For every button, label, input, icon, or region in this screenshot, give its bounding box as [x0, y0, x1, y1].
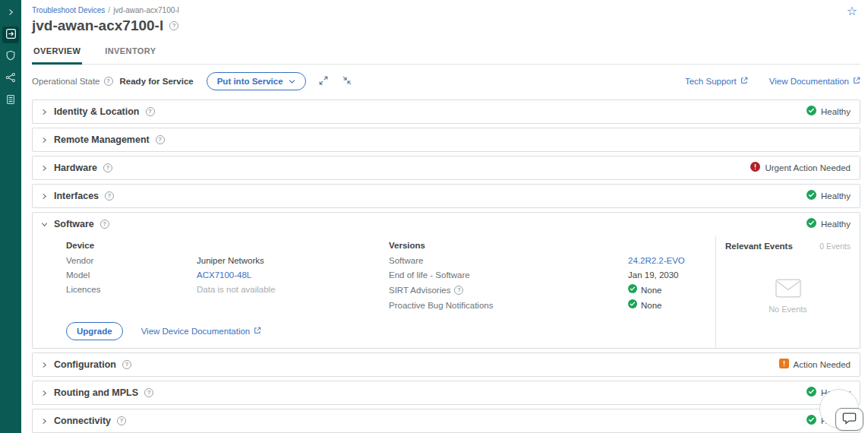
tab-inventory[interactable]: INVENTORY — [103, 40, 157, 65]
chevron-right-icon — [40, 418, 48, 425]
chevron-right-icon — [40, 362, 48, 368]
help-icon[interactable]: ? — [105, 191, 114, 201]
bug-notifications-row: Proactive Bug Notifications None — [389, 299, 700, 311]
software-version-value-link[interactable]: 24.2R2.2-EVO — [628, 255, 685, 266]
model-row: Model ACX7100-48L — [66, 270, 389, 280]
help-icon[interactable]: ? — [117, 416, 126, 425]
breadcrumb-current: jvd-awan-acx7100-l — [113, 6, 179, 14]
relevant-events-title: Relevant Events — [725, 242, 793, 251]
section-title: Identity & Location — [54, 106, 140, 117]
section-title: Hardware — [54, 163, 97, 173]
toolbar: Operational State ? Ready for Service Pu… — [32, 65, 860, 98]
section-interfaces: Interfaces ? Healthy — [32, 184, 860, 208]
bug-notifications-value: None — [628, 299, 662, 311]
section-header-hardware[interactable]: Hardware ? Urgent Action Needed — [33, 156, 860, 179]
healthy-check-icon — [628, 299, 637, 311]
chevron-right-icon — [40, 193, 48, 200]
model-value-link[interactable]: ACX7100-48L — [197, 270, 251, 280]
section-title: Interfaces — [54, 191, 99, 201]
status-label: Healthy — [821, 220, 851, 229]
chevron-right-icon — [6, 6, 15, 20]
sirt-value-text: None — [641, 285, 662, 296]
section-header-configuration[interactable]: Configuration ? Action Needed — [33, 353, 860, 376]
help-icon[interactable]: ? — [169, 21, 178, 30]
operational-state-text: Operational State — [32, 77, 100, 86]
section-header-interfaces[interactable]: Interfaces ? Healthy — [33, 185, 860, 207]
external-link-icon — [740, 77, 748, 86]
sidebar-item-security[interactable] — [2, 49, 19, 65]
vendor-label: Vendor — [66, 255, 197, 266]
software-version-row: Software 24.2R2.2-EVO — [389, 255, 700, 266]
eol-value: Jan 19, 2030 — [628, 270, 679, 280]
section-header-software[interactable]: Software ? Healthy — [33, 213, 860, 235]
expand-all-button[interactable] — [317, 74, 330, 89]
section-header-connectivity[interactable]: Connectivity ? Healthy — [33, 409, 860, 432]
operational-state-value: Ready for Service — [120, 77, 194, 86]
chat-button[interactable] — [835, 408, 863, 431]
expand-all-icon — [319, 76, 328, 87]
sidebar-expand-button[interactable] — [2, 5, 19, 21]
shield-icon — [5, 50, 16, 64]
section-header-remote-management[interactable]: Remote Management ? — [33, 128, 860, 151]
help-icon[interactable]: ? — [454, 286, 463, 295]
status-label: Action Needed — [794, 360, 851, 369]
events-count: 0 Events — [819, 242, 851, 251]
main-content: Troubleshoot Devices/jvd-awan-acx7100-l … — [21, 0, 868, 433]
help-icon[interactable]: ? — [146, 107, 155, 116]
section-title: Configuration — [54, 359, 116, 370]
chevron-right-icon — [40, 137, 48, 144]
section-title: Remote Management — [54, 134, 150, 145]
section-list: Identity & Location ? Healthy Remote Man… — [32, 100, 860, 433]
collapse-all-icon — [342, 76, 352, 87]
licences-label: Licences — [66, 284, 197, 295]
put-into-service-button[interactable]: Put into Service — [207, 72, 306, 90]
breadcrumb-troubleshoot-devices[interactable]: Troubleshoot Devices — [32, 6, 105, 14]
tab-overview[interactable]: OVERVIEW — [32, 40, 82, 65]
section-software: Software ? Healthy Device Vendor — [32, 212, 860, 349]
sidebar-item-topology[interactable] — [2, 71, 19, 87]
help-icon[interactable]: ? — [104, 77, 113, 86]
status-label: Healthy — [821, 191, 851, 201]
chevron-right-icon — [40, 109, 48, 115]
eol-row: End of life - Software Jan 19, 2030 — [389, 270, 700, 280]
status-label: Urgent Action Needed — [765, 163, 851, 172]
view-documentation-label: View Documentation — [769, 77, 849, 86]
favorite-star-icon[interactable]: ☆ — [847, 5, 857, 17]
view-documentation-link[interactable]: View Documentation — [769, 77, 860, 86]
breadcrumb: Troubleshoot Devices/jvd-awan-acx7100-l — [32, 0, 860, 14]
bug-notifications-label: Proactive Bug Notifications — [389, 300, 628, 311]
tech-support-label: Tech Support — [685, 77, 737, 86]
help-icon[interactable]: ? — [122, 360, 131, 369]
no-events-label: No Events — [769, 305, 807, 314]
help-icon[interactable]: ? — [100, 220, 109, 229]
sidebar-item-troubleshoot-devices[interactable] — [2, 27, 19, 43]
healthy-status-icon — [806, 105, 816, 119]
relevant-events-panel: Relevant Events 0 Events No Events — [715, 235, 860, 348]
sidebar-item-inventory-list[interactable] — [2, 93, 19, 109]
collapse-all-button[interactable] — [341, 74, 353, 89]
help-icon[interactable]: ? — [156, 135, 165, 144]
help-icon[interactable]: ? — [103, 163, 112, 172]
section-header-routing-mpls[interactable]: Routing and MPLS ? Healthy — [33, 381, 860, 404]
vendor-value: Juniper Networks — [197, 255, 264, 266]
tech-support-link[interactable]: Tech Support — [685, 77, 748, 86]
external-link-icon — [853, 77, 860, 86]
section-hardware: Hardware ? Urgent Action Needed — [32, 156, 860, 180]
vendor-row: Vendor Juniper Networks — [66, 255, 389, 266]
healthy-status-icon — [806, 414, 816, 428]
chevron-right-icon — [40, 390, 48, 397]
status-label: Healthy — [821, 107, 851, 116]
section-connectivity: Connectivity ? Healthy — [32, 409, 860, 433]
healthy-status-icon — [806, 386, 816, 400]
action-needed-status-icon — [779, 358, 789, 371]
upgrade-button[interactable]: Upgrade — [66, 322, 123, 340]
sirt-value: None — [628, 284, 662, 296]
help-icon[interactable]: ? — [144, 388, 153, 397]
chat-bubble-icon — [842, 412, 857, 428]
versions-group-title: Versions — [389, 241, 700, 250]
external-link-icon — [254, 327, 261, 336]
view-device-documentation-link[interactable]: View Device Documentation — [141, 327, 262, 336]
healthy-check-icon — [628, 284, 637, 296]
section-header-identity-location[interactable]: Identity & Location ? Healthy — [33, 100, 860, 123]
section-title: Connectivity — [54, 416, 111, 426]
